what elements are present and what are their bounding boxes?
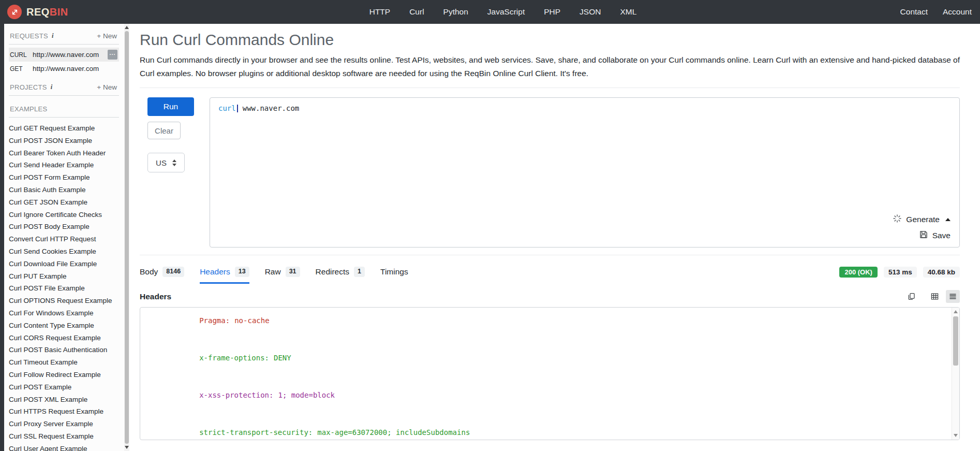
example-link[interactable]: Curl POST Body Example [9,221,124,233]
request-item[interactable]: GET http://www.naver.com [9,62,119,76]
divider [140,255,960,255]
save-button[interactable]: Save [893,230,951,241]
request-more-button[interactable]: ... [108,50,117,60]
scroll-down-icon[interactable] [954,434,958,437]
example-link[interactable]: Curl GET JSON Example [9,196,124,209]
region-select[interactable]: US [147,153,185,172]
clear-button[interactable]: Clear [147,122,181,139]
projects-title: PROJECTS [10,83,47,91]
request-list: CURL http://www.naver.com ... GET http:/… [9,48,119,76]
example-link[interactable]: Curl Bearer Token Auth Header [9,147,124,159]
nav-item[interactable]: Contact [900,7,928,17]
result-tab[interactable]: Raw 31 [265,267,300,284]
page-description: Run Curl commands directly in your brows… [140,53,960,80]
examples-section-header: EXAMPLES [9,105,119,118]
curl-command-editor[interactable]: curlwww.naver.com Generate Save [210,97,960,248]
requests-section-header: REQUESTS i + New [9,32,119,45]
example-link[interactable]: Curl POST File Example [9,282,124,295]
example-link[interactable]: Curl GET Request Example [9,122,124,135]
examples-title: EXAMPLES [10,105,47,113]
request-item[interactable]: CURL http://www.naver.com ... [9,48,119,62]
headers-output[interactable]: Pragma:no-cache x-frame-options:DENY x-x… [140,308,959,440]
example-link[interactable]: Curl Ignore Certificate Checks [9,209,124,221]
example-link[interactable]: Curl POST Example [9,381,124,394]
list-view-icon[interactable] [946,290,960,303]
text-cursor [237,105,238,112]
request-method: CURL [10,51,33,59]
scrollbar-thumb[interactable] [125,31,129,444]
new-request-button[interactable]: + New [97,32,117,40]
example-link[interactable]: Curl Send Header Example [9,159,124,171]
example-link[interactable]: Curl POST XML Example [9,394,124,406]
tab-label: Timings [380,267,408,277]
example-link[interactable]: Curl Follow Redirect Example [9,369,124,381]
copy-icon[interactable] [904,290,918,303]
response-header-line: strict-transport-security:max-age=630720… [147,414,959,440]
example-link[interactable]: Curl Proxy Server Example [9,418,124,430]
headers-section-title: Headers [140,292,171,301]
response-size-badge: 40.68 kb [923,267,960,278]
example-link[interactable]: Curl HTTPS Request Example [9,405,124,418]
status-code-badge: 200 (OK) [839,267,877,278]
example-link[interactable]: Curl OPTIONS Request Example [9,295,124,307]
tab-label: Body [140,267,158,277]
main-content: Run Curl Commands Online Run Curl comman… [129,24,980,451]
new-project-button[interactable]: + New [97,83,117,91]
result-tab[interactable]: Timings [380,267,408,284]
nav-item[interactable]: JSON [580,7,601,17]
result-tab[interactable]: Headers 13 [200,267,249,284]
example-link[interactable]: Curl User Agent Example [9,443,124,451]
nav-item[interactable]: Python [443,7,468,17]
info-icon[interactable]: i [51,83,52,91]
scroll-down-icon[interactable] [125,446,129,449]
nav-item[interactable]: Account [943,7,972,17]
nav-item[interactable]: JavaScript [487,7,525,17]
nav-item[interactable]: PHP [544,7,560,17]
example-link[interactable]: Curl POST Form Example [9,171,124,184]
result-tab[interactable]: Redirects 1 [316,267,365,284]
scroll-up-icon[interactable] [125,26,129,29]
scroll-up-icon[interactable] [954,310,958,313]
response-time-badge: 513 ms [884,267,917,278]
request-method: GET [10,65,33,72]
table-view-icon[interactable] [928,290,942,303]
tab-count-badge: 8146 [162,267,184,277]
example-link[interactable]: Curl Send Cookies Example [9,245,124,258]
example-link[interactable]: Curl POST JSON Example [9,135,124,147]
sidebar-scrollbar[interactable] [124,24,129,451]
run-button[interactable]: Run [147,97,194,116]
reqbin-logo[interactable]: REQBIN [7,5,68,19]
header-value: no-cache [234,316,269,325]
scrollbar-thumb[interactable] [953,316,958,366]
example-link[interactable]: Curl SSL Request Example [9,430,124,443]
sparkle-icon [893,214,902,225]
example-link[interactable]: Curl Basic Auth Example [9,184,124,196]
example-link[interactable]: Curl Timeout Example [9,356,124,369]
example-link[interactable]: Convert Curl HTTP Request [9,233,124,245]
tab-count-badge: 1 [354,267,365,277]
curl-keyword: curl [218,104,236,112]
info-icon[interactable]: i [52,32,53,40]
divider [140,88,960,88]
brand-name: REQBIN [26,6,68,18]
header-value: max-age=63072000; includeSubdomains [317,428,470,437]
left-edge-strip [0,24,4,451]
headers-scrollbar[interactable] [952,308,959,440]
view-toolbar [904,290,960,303]
example-link[interactable]: Curl CORS Request Example [9,332,124,344]
nav-item[interactable]: Curl [409,7,424,17]
example-link[interactable]: Curl Content Type Example [9,319,124,332]
example-link[interactable]: Curl Download File Example [9,258,124,270]
nav-item[interactable]: HTTP [369,7,390,17]
example-link[interactable]: Curl For Windows Example [9,307,124,319]
generate-button[interactable]: Generate [893,214,951,225]
headers-panel: Pragma:no-cache x-frame-options:DENY x-x… [140,307,960,440]
response-status: 200 (OK) 513 ms 40.68 kb [839,267,960,284]
result-tab[interactable]: Body 8146 [140,267,184,284]
nav-item[interactable]: XML [620,7,636,17]
example-link[interactable]: Curl POST Basic Authentication [9,344,124,356]
response-header-line: x-xss-protection:1; mode=block [147,376,959,414]
example-link[interactable]: Curl PUT Example [9,270,124,283]
tab-label: Headers [200,267,230,277]
request-area: Run Clear US curlwww.naver.com Gen [140,97,960,248]
